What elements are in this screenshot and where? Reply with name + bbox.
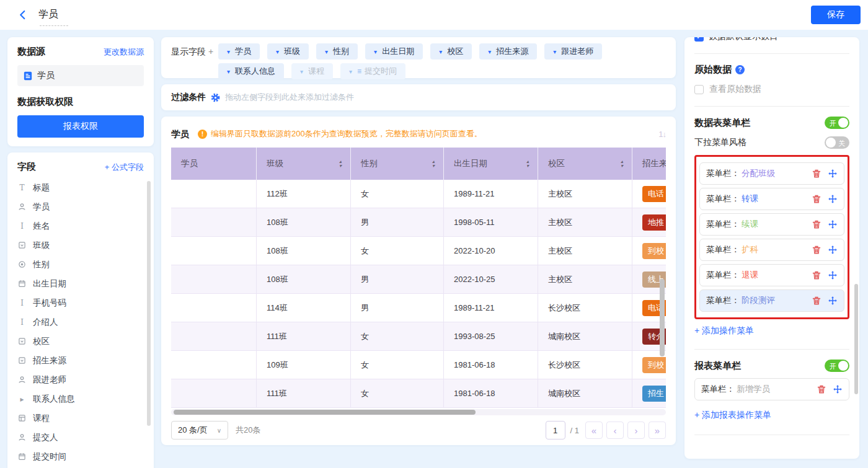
table-menu-toggle-on[interactable]: 开 <box>825 117 849 129</box>
field-item[interactable]: 性别 <box>17 255 144 274</box>
menu-item[interactable]: 菜单栏：转课 <box>699 188 844 210</box>
trash-icon[interactable] <box>811 194 822 205</box>
move-icon[interactable] <box>827 296 838 306</box>
table-row[interactable]: 111班女1981-06-18城南校区招生 <box>171 379 666 408</box>
trash-icon[interactable] <box>811 270 822 281</box>
move-icon[interactable] <box>827 169 838 179</box>
report-menu-item[interactable]: 菜单栏：新增学员 <box>694 378 849 400</box>
field-item[interactable]: 班级 <box>17 236 144 255</box>
dropdown-style-toggle-off[interactable]: 关 <box>825 136 849 149</box>
field-item[interactable]: T标题 <box>17 178 144 197</box>
menu-item-selected[interactable]: 菜单栏：阶段测评 <box>699 289 844 312</box>
field-item[interactable]: 跟进老师 <box>17 370 144 389</box>
datasource-item[interactable]: 学员 <box>17 65 144 86</box>
column-header[interactable]: 校区▴▾ <box>538 148 632 180</box>
move-icon[interactable] <box>827 245 838 255</box>
move-icon[interactable] <box>827 270 838 281</box>
add-report-menu-link[interactable]: + 添加报表操作菜单 <box>694 410 771 421</box>
change-datasource-link[interactable]: 更改数据源 <box>104 46 144 58</box>
trash-icon[interactable] <box>811 219 822 230</box>
display-field-chip-disabled[interactable]: ▾≡提交时间 <box>340 63 405 79</box>
column-header[interactable]: 出生日期▴▾ <box>443 148 538 180</box>
sort-arrows-icon[interactable]: ▴▾ <box>432 159 435 168</box>
table-row[interactable]: 108班女2022-10-20主校区到校 <box>171 237 666 265</box>
report-permission-button[interactable]: 报表权限 <box>17 115 144 138</box>
add-formula-field-link[interactable]: + 公式字段 <box>105 162 144 173</box>
field-item[interactable]: 提交时间 <box>17 447 144 466</box>
display-field-chip[interactable]: ▾校区 <box>430 43 472 60</box>
back-button[interactable] <box>16 8 30 22</box>
add-operation-menu-link[interactable]: + 添加操作菜单 <box>694 325 754 337</box>
table-body: 112班女1989-11-21主校区电话 108班男1998-05-11主校区地… <box>171 180 666 408</box>
checkbox-checked[interactable]: ✓ <box>694 37 704 42</box>
display-field-chip[interactable]: ▾跟进老师 <box>544 43 602 60</box>
display-field-chip[interactable]: ▾班级 <box>267 43 309 60</box>
trash-icon[interactable] <box>811 296 822 306</box>
raw-data-checkbox-row[interactable]: 查看原始数据 <box>694 84 849 95</box>
question-icon[interactable]: ? <box>735 65 745 74</box>
move-icon[interactable] <box>827 219 838 230</box>
trash-icon[interactable] <box>811 245 822 255</box>
trash-icon[interactable] <box>816 384 826 395</box>
field-item[interactable]: 校区 <box>17 332 144 351</box>
trash-icon[interactable] <box>811 169 822 179</box>
menu-item[interactable]: 菜单栏：扩科 <box>699 239 844 261</box>
menu-item[interactable]: 菜单栏：退课 <box>699 264 844 286</box>
table-row[interactable]: 111班女1993-08-25城南校区转介 <box>171 322 666 351</box>
display-field-chip[interactable]: ▾学员 <box>218 43 260 60</box>
field-item[interactable]: ▸联系人信息 <box>17 389 144 408</box>
save-button[interactable]: 保存 <box>811 6 861 24</box>
field-item[interactable]: I姓名 <box>17 216 144 236</box>
table-header-row: 学员 班级▴▾ 性别▴▾ 出生日期▴▾ 校区▴▾ 招生来源 <box>171 148 666 180</box>
fields-scrollbar[interactable] <box>147 181 151 426</box>
table-horizontal-scrollbar-track[interactable] <box>171 409 666 415</box>
gear-icon[interactable] <box>211 93 220 102</box>
field-item[interactable]: 出生日期 <box>17 274 144 293</box>
table-row[interactable]: 108班男2022-10-25主校区线上 <box>171 265 666 294</box>
column-header[interactable]: 招生来源 <box>632 148 666 180</box>
field-item[interactable]: 学员 <box>17 197 144 216</box>
display-field-chip[interactable]: ▾出生日期 <box>365 43 423 60</box>
field-item[interactable]: 提交人 <box>17 428 144 447</box>
checkbox-unchecked[interactable] <box>694 85 704 94</box>
move-icon[interactable] <box>832 384 843 395</box>
page-number-input[interactable]: 1 <box>546 421 565 439</box>
chevron-down-icon: ▾ <box>349 68 352 75</box>
report-menu-toggle-on[interactable]: 开 <box>825 360 849 372</box>
sort-arrows-icon[interactable]: ▴▾ <box>339 159 342 168</box>
column-header[interactable]: 学员 <box>171 148 256 180</box>
field-item[interactable]: I手机号码 <box>17 293 144 312</box>
display-field-chip[interactable]: ▾招生来源 <box>479 43 537 60</box>
menu-item[interactable]: 菜单栏：续课 <box>699 213 844 236</box>
move-icon[interactable] <box>827 194 838 205</box>
table-row[interactable]: 112班女1989-11-21主校区电话 <box>171 180 666 208</box>
column-header[interactable]: 班级▴▾ <box>256 148 350 180</box>
last-page-button[interactable]: » <box>649 422 666 439</box>
prev-page-button[interactable]: ‹ <box>606 422 624 439</box>
field-item[interactable]: 课程 <box>17 408 144 428</box>
default-order-icon[interactable]: 1↓ <box>658 130 666 139</box>
sort-arrows-icon[interactable]: ▴▾ <box>526 159 529 168</box>
menu-items-highlight-box: 菜单栏：分配班级 菜单栏：转课 菜单栏：续课 菜单栏：扩科 菜单栏：退课 菜单栏… <box>694 155 849 319</box>
table-vertical-scrollbar[interactable] <box>660 279 665 356</box>
table-horizontal-scrollbar-thumb[interactable] <box>174 410 476 415</box>
next-page-button[interactable]: › <box>627 422 645 439</box>
display-field-chip[interactable]: ▾联系人信息 <box>218 63 284 79</box>
field-item[interactable]: I介绍人 <box>17 312 144 332</box>
display-field-chip[interactable]: ▾性别 <box>316 43 358 60</box>
settings-scrollbar[interactable] <box>854 284 858 394</box>
table-row[interactable]: 109班女1981-06-18长沙校区到校 <box>171 351 666 379</box>
add-display-field-button[interactable]: + <box>208 46 213 56</box>
page-size-select[interactable]: 20 条/页 ∨ <box>171 421 228 439</box>
field-item[interactable]: 招生来源 <box>17 351 144 370</box>
toggle-knob <box>826 138 836 148</box>
table-row[interactable]: 114班男1989-11-21长沙校区电话 <box>171 294 666 322</box>
table-row[interactable]: 108班男1998-05-11主校区地推 <box>171 208 666 237</box>
menu-item[interactable]: 菜单栏：分配班级 <box>699 162 844 185</box>
first-page-button[interactable]: « <box>585 422 603 439</box>
display-field-chip-disabled[interactable]: ▾课程 <box>291 63 333 79</box>
column-header[interactable]: 性别▴▾ <box>350 148 443 180</box>
source-badge: 到校 <box>642 357 666 373</box>
sort-arrows-icon[interactable]: ▴▾ <box>621 159 623 168</box>
clipped-setting-row: ✓ 数据默认显示数目 <box>694 37 849 45</box>
